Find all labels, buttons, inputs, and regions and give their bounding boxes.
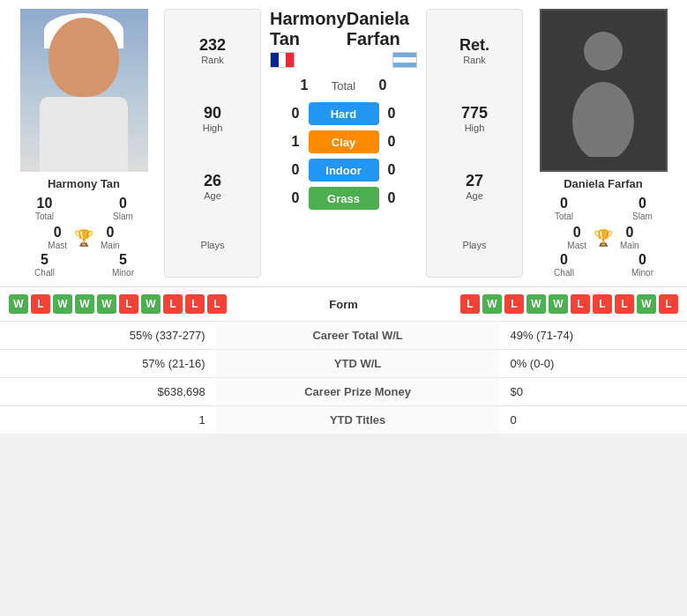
- stat-right-value: $0: [499, 378, 687, 406]
- center-section: Harmony Tan Daniela Farfan: [266, 9, 421, 278]
- form-badge-l: L: [163, 294, 183, 314]
- table-row: 1 YTD Titles 0: [0, 406, 687, 434]
- clay-button[interactable]: Clay: [309, 130, 379, 153]
- right-trophy-icon: 🏆: [594, 228, 613, 248]
- right-stats-grid: 0 Total 0 Slam: [528, 196, 678, 221]
- grass-score-right: 0: [388, 190, 406, 206]
- form-badge-l: L: [615, 294, 634, 314]
- indoor-score-left: 0: [282, 162, 300, 178]
- right-mast-cell: 0 Mast: [567, 225, 586, 250]
- stat-left-value: 55% (337-277): [0, 322, 216, 350]
- left-minor-cell: 5 Minor: [87, 252, 159, 278]
- stat-right-value: 49% (71-74): [499, 322, 687, 350]
- form-badge-l: L: [31, 294, 50, 314]
- left-name-flag: Harmony Tan: [266, 9, 347, 71]
- form-section: WLWWWLWLLL Form LWLWWLLLWL: [0, 286, 687, 321]
- stat-label: Career Total W/L: [216, 322, 500, 350]
- stats-table: 55% (337-277) Career Total W/L 49% (71-7…: [0, 321, 687, 434]
- form-badge-w: W: [9, 294, 28, 314]
- flag-red: [286, 53, 294, 67]
- silhouette-svg: [559, 25, 647, 157]
- arg-flag-icon: [392, 52, 417, 68]
- svg-point-0: [584, 32, 623, 71]
- right-total-label: Total: [528, 212, 600, 221]
- right-flag: [392, 52, 417, 68]
- left-total-label: Total: [9, 212, 80, 221]
- body-shape: [40, 97, 128, 172]
- indoor-row: 0 Indoor 0: [266, 159, 421, 182]
- form-badge-l: L: [659, 294, 678, 314]
- form-badge-w: W: [141, 294, 161, 314]
- left-high-label: High: [203, 122, 223, 133]
- right-middle-block: Ret. Rank 775 High 27 Age Plays: [426, 9, 523, 278]
- left-flag: [270, 52, 295, 71]
- flag-white: [279, 53, 287, 67]
- clay-score-right: 0: [388, 134, 406, 150]
- clay-row: 1 Clay 0: [266, 130, 421, 153]
- left-total-value: 10: [9, 196, 80, 212]
- names-flags-row: Harmony Tan Daniela Farfan: [266, 9, 421, 71]
- form-badge-w: W: [75, 294, 94, 314]
- left-chall-label: Chall: [9, 268, 80, 278]
- french-flag-icon: [270, 52, 295, 68]
- form-badge-l: L: [460, 294, 480, 314]
- face-shape: [49, 18, 119, 97]
- indoor-button[interactable]: Indoor: [309, 159, 379, 182]
- stat-label: YTD Titles: [216, 406, 500, 434]
- form-badge-w: W: [549, 294, 568, 314]
- form-badge-l: L: [119, 294, 138, 314]
- left-middle-block: 232 Rank 90 High 26 Age Plays: [164, 9, 261, 278]
- grass-row: 0 Grass 0: [266, 187, 421, 210]
- right-chall-cell: 0 Chall: [528, 252, 600, 278]
- surface-rows: 1 Total 0 0 Hard 0 1 Clay 0 0: [266, 78, 421, 210]
- left-mast-label: Mast: [48, 241, 67, 250]
- form-badge-l: L: [571, 294, 590, 314]
- right-name-flag: Daniela Farfan: [347, 9, 421, 68]
- left-minor-label: Minor: [87, 268, 159, 278]
- right-plays-stat: Plays: [463, 240, 487, 250]
- svg-point-1: [572, 82, 634, 157]
- left-plays-stat: Plays: [201, 240, 225, 250]
- left-high-value: 90: [203, 104, 223, 122]
- right-rank-label: Rank: [459, 55, 489, 65]
- form-badge-w: W: [637, 294, 656, 314]
- main-container: Harmony Tan 10 Total 0 Slam 0 Mast 🏆: [0, 0, 687, 434]
- stat-left-value: 57% (21-16): [0, 350, 216, 378]
- flag-blue: [271, 53, 279, 67]
- right-trophy-row: 0 Mast 🏆 0 Main: [528, 225, 678, 250]
- form-badge-l: L: [185, 294, 205, 314]
- stat-right-value: 0% (0-0): [499, 350, 687, 378]
- table-row: 55% (337-277) Career Total W/L 49% (71-7…: [0, 322, 687, 350]
- grass-button[interactable]: Grass: [309, 187, 379, 210]
- left-stats-grid: 10 Total 0 Slam: [9, 196, 159, 221]
- left-high-stat: 90 High: [203, 104, 223, 133]
- right-age-value: 27: [466, 172, 483, 190]
- total-score-left: 1: [291, 78, 309, 93]
- left-chall-value: 5: [9, 252, 80, 268]
- grass-score-left: 0: [282, 190, 300, 206]
- right-mast-value: 0: [567, 225, 586, 241]
- right-rank-value: Ret.: [459, 36, 489, 55]
- right-rank-stat: Ret. Rank: [459, 36, 489, 65]
- right-high-stat: 775 High: [461, 104, 488, 133]
- right-player-name: Daniela Farfan: [564, 177, 643, 190]
- right-main-value: 0: [620, 225, 639, 241]
- right-slam-label: Slam: [607, 212, 678, 221]
- table-row: 57% (21-16) YTD W/L 0% (0-0): [0, 350, 687, 378]
- right-high-value: 775: [461, 104, 488, 122]
- hard-score-right: 0: [388, 106, 406, 122]
- hard-button[interactable]: Hard: [309, 102, 379, 125]
- left-player-photo: [20, 9, 148, 172]
- stat-right-value: 0: [499, 406, 687, 434]
- right-minor-cell: 0 Minor: [607, 252, 678, 278]
- left-slam-cell: 0 Slam: [87, 196, 159, 221]
- form-badge-w: W: [526, 294, 546, 314]
- right-slam-cell: 0 Slam: [607, 196, 678, 221]
- left-total-cell: 10 Total: [9, 196, 80, 221]
- right-form-badges: LWLWWLLLWL: [460, 294, 678, 314]
- left-chall-minor: 5 Chall 5 Minor: [9, 252, 159, 278]
- form-badge-l: L: [207, 294, 227, 314]
- left-mast-value: 0: [48, 225, 67, 241]
- left-chall-cell: 5 Chall: [9, 252, 80, 278]
- left-trophy-icon: 🏆: [74, 228, 93, 248]
